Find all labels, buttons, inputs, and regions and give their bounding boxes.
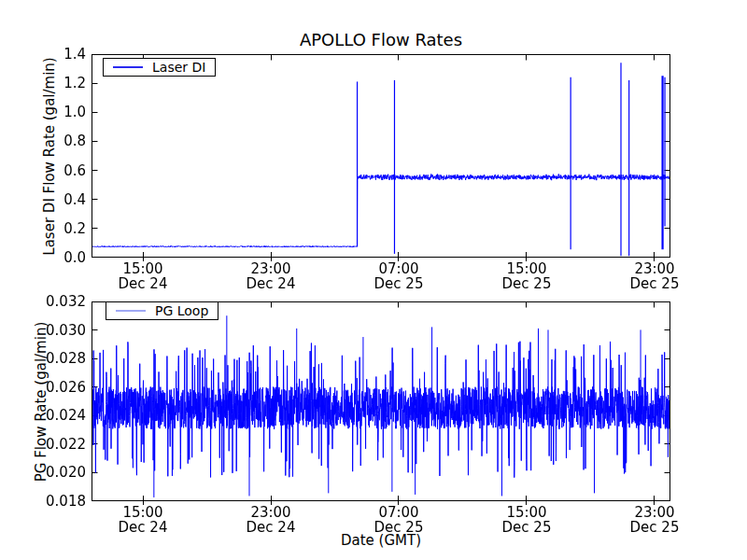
pg-loop-plot-canvas <box>83 293 679 510</box>
y-tick-label: 0.018 <box>19 494 86 509</box>
x-tick-date-label: Dec 25 <box>608 520 701 535</box>
x-tick-time-label: 15:00 <box>96 505 190 520</box>
x-tick-time-label: 23:00 <box>224 261 317 276</box>
x-tick-date-label: Dec 24 <box>224 520 317 535</box>
y-tick-label: 1.2 <box>19 76 86 91</box>
x-tick-time-label: 15:00 <box>96 261 190 276</box>
figure-canvas: APOLLO Flow Rates Laser DI Flow Rate (ga… <box>0 0 747 560</box>
laser-di-legend: Laser DI <box>103 58 216 77</box>
y-tick-label: 0.4 <box>19 192 86 207</box>
y-tick-label: 0.2 <box>19 221 86 236</box>
x-tick-time-label: 07:00 <box>352 261 445 276</box>
x-tick-time-label: 15:00 <box>480 505 573 520</box>
x-tick-date-label: Dec 25 <box>480 276 573 291</box>
x-tick-date-label: Dec 24 <box>96 276 190 291</box>
pg-loop-plot-area <box>92 301 670 501</box>
y-tick-label: 0.8 <box>19 133 86 148</box>
y-tick-label: 0.032 <box>19 294 86 309</box>
x-tick-date-label: Dec 24 <box>96 520 190 535</box>
laser-di-legend-line-icon <box>113 66 143 68</box>
x-tick-time-label: 07:00 <box>352 505 445 520</box>
y-tick-label: 0.030 <box>19 323 86 338</box>
pg-loop-legend-line-icon <box>116 310 146 312</box>
y-tick-label: 1.0 <box>19 105 86 119</box>
x-tick-date-label: Dec 25 <box>352 276 445 291</box>
y-tick-label: 0.028 <box>19 351 86 366</box>
laser-di-plot-canvas <box>83 46 679 266</box>
y-tick-label: 0.026 <box>19 380 86 395</box>
laser-di-legend-label: Laser DI <box>152 60 205 75</box>
x-tick-date-label: Dec 25 <box>608 276 701 291</box>
y-tick-label: 0.024 <box>19 408 86 423</box>
y-tick-label: 0.022 <box>19 437 86 452</box>
x-tick-time-label: 23:00 <box>224 505 317 520</box>
pg-loop-legend: PG Loop <box>106 301 218 320</box>
y-tick-label: 0.020 <box>19 465 86 480</box>
pg-loop-legend-label: PG Loop <box>155 303 208 318</box>
laser-di-plot-area <box>92 54 670 258</box>
x-tick-time-label: 23:00 <box>608 261 701 276</box>
x-tick-time-label: 15:00 <box>480 261 573 276</box>
y-tick-label: 1.4 <box>19 47 86 62</box>
x-tick-time-label: 23:00 <box>608 505 701 520</box>
x-tick-date-label: Dec 25 <box>480 520 573 535</box>
y-tick-label: 0.6 <box>19 163 86 178</box>
x-tick-date-label: Dec 24 <box>224 276 317 291</box>
x-tick-date-label: Dec 25 <box>352 520 445 535</box>
y-tick-label: 0.0 <box>19 250 86 265</box>
